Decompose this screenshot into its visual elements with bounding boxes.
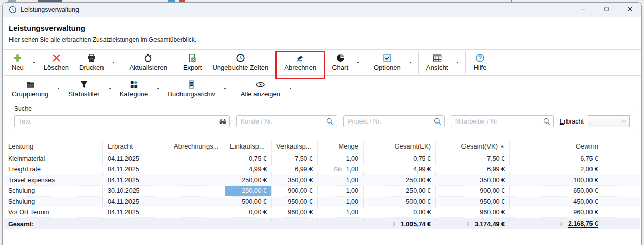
projekt-search-input[interactable] [344,116,444,127]
cell-leistung[interactable]: Kleinmaterial [4,154,103,164]
column-header-einkauf[interactable]: Einkaufsp... [225,140,272,153]
cell-einkauf[interactable]: 0,00 € [225,207,272,217]
cell-erbracht[interactable]: 30.10.2025 [103,186,169,196]
cell-einkauf[interactable]: 250,00 € [225,175,272,185]
cell-gewinn[interactable]: 650,00 € [510,186,603,196]
gruppierung-button[interactable]: Gruppierung [7,78,54,99]
chart-dropdown-arrow[interactable] [353,50,363,75]
cell-gesamt_vk[interactable]: 6,99 € [436,164,510,175]
titlebar[interactable]: Leistungsverwaltung [3,3,641,17]
cell-gesamt_ek[interactable]: 0,75 € [364,154,436,164]
alle-anzeigen-button[interactable]: Alle anzeigen [236,78,286,99]
cell-gewinn[interactable]: 6,75 € [510,154,603,164]
column-header-gesamt_ek[interactable]: Gesamt(EK) [364,140,436,153]
kategorie-button[interactable]: Kategorie [115,78,153,99]
cell-verkauf[interactable]: 6,99 € [272,164,318,175]
mitarbeiter-search-input[interactable] [451,116,553,127]
erbracht-combobox[interactable] [588,115,630,127]
cell-gewinn[interactable]: 100,00 € [510,175,603,185]
cell-leistung[interactable]: Freight rate [4,164,103,175]
cell-verkauf[interactable]: 7,50 € [272,154,318,164]
cell-abrechnung[interactable] [169,186,225,196]
cell-verkauf[interactable]: 900,00 € [272,186,318,196]
neu-button[interactable]: Neu [7,52,29,72]
minimize-button[interactable] [571,3,595,17]
cell-gesamt_vk[interactable]: 7,50 € [436,154,510,164]
cell-erbracht[interactable]: 04.11.2025 [103,164,169,175]
cell-menge[interactable]: 1,00 [318,175,364,185]
abrechnen-button[interactable]: Abrechnen [279,52,321,72]
cell-leistung[interactable]: Travel expenses [4,175,103,185]
neu-dropdown-arrow[interactable] [29,50,39,75]
cell-verkauf[interactable]: 950,00 € [272,197,318,207]
column-header-abrechnung[interactable]: Abrechnungs... [169,140,225,153]
cell-gesamt_ek[interactable]: 250,00 € [364,175,436,185]
cell-menge[interactable]: Stk.1,00 [318,164,364,175]
cell-leistung[interactable]: Vor Ort Termin [4,207,103,217]
cell-gesamt_ek[interactable]: 500,00 € [364,197,436,207]
hilfe-button[interactable]: Hilfe [468,52,492,72]
cell-gesamt_vk[interactable]: 900,00 € [436,186,510,196]
cell-menge[interactable]: 1,00 [318,186,364,196]
cell-einkauf[interactable]: 0,75 € [225,154,272,164]
aktualisieren-button[interactable]: Aktualisieren [124,52,172,72]
cell-erbracht[interactable]: 04.11.2025 [103,175,169,185]
cell-erbracht[interactable]: 04.11.2025 [103,197,169,207]
dropdown-arrow-icon [111,59,116,66]
cell-gesamt_ek[interactable]: 4,99 € [364,164,436,175]
column-header-gewinn[interactable]: Gewinn [510,140,603,153]
ansicht-button[interactable]: Ansicht [421,52,453,72]
cell-erbracht[interactable]: 04.11.2025 [103,207,169,217]
cell-gesamt_ek[interactable]: 0,00 € [364,207,436,217]
cell-gesamt_ek[interactable]: 250,00 € [364,186,436,196]
loeschen-button[interactable]: Löschen [39,52,74,72]
maximize-button[interactable] [595,3,618,17]
column-header-erbracht[interactable]: Erbracht [103,140,169,153]
buchungsarchiv-dropdown-arrow[interactable] [220,76,230,102]
cell-einkauf[interactable]: 250,00 € [225,186,272,196]
drucken-dropdown-arrow[interactable] [109,50,118,75]
kategorie-dropdown-arrow[interactable] [153,76,163,102]
kunde-search-input[interactable] [237,116,337,127]
alle-anzeigen-dropdown-arrow[interactable] [286,76,295,102]
optionen-dropdown-arrow[interactable] [406,50,416,75]
statusfilter-dropdown-arrow[interactable] [105,76,115,102]
cell-verkauf[interactable]: 350,00 € [272,175,318,185]
cell-gewinn[interactable]: 960,00 € [510,207,603,217]
chart-button[interactable]: Chart [327,52,353,72]
export-button[interactable]: Export [178,52,208,72]
statusfilter-button[interactable]: Statusfilter [63,78,105,99]
cell-erbracht[interactable]: 04.11.2025 [103,154,169,164]
cell-gesamt_vk[interactable]: 950,00 € [436,197,510,207]
column-header-gesamt_vk[interactable]: Gesamt(VK) [436,140,510,153]
column-header-leistung[interactable]: Leistung [4,140,103,153]
ungebuchte-zeiten-button[interactable]: Ungebuchte Zeiten [207,52,273,72]
cell-menge[interactable]: 1,00 [318,207,364,217]
cell-abrechnung[interactable] [169,154,225,164]
cell-abrechnung[interactable] [169,197,225,207]
column-header-filler[interactable] [603,140,633,153]
cell-gesamt_vk[interactable]: 350,00 € [436,175,510,185]
close-button[interactable] [618,3,641,17]
cell-leistung[interactable]: Schulung [4,186,103,196]
cell-gewinn[interactable]: 2,00 € [510,164,603,175]
buchungsarchiv-button[interactable]: Buchungsarchiv [163,78,220,99]
ansicht-dropdown-arrow[interactable] [453,50,462,75]
cell-menge[interactable]: 1,00 [318,154,364,164]
cell-gesamt_vk[interactable]: 960,00 € [436,207,510,217]
cell-gewinn[interactable]: 450,00 € [510,197,603,207]
gruppierung-dropdown-arrow[interactable] [54,76,63,102]
cell-menge[interactable]: 1,00 [318,197,364,207]
optionen-button[interactable]: Optionen [369,52,406,72]
drucken-button[interactable]: Drucken [74,52,109,72]
cell-abrechnung[interactable] [169,164,225,175]
cell-einkauf[interactable]: 4,99 € [225,164,272,175]
cell-abrechnung[interactable] [169,207,225,217]
column-header-menge[interactable]: Menge [318,140,364,153]
column-header-verkauf[interactable]: Verkaufsp... [272,140,318,153]
cell-abrechnung[interactable] [169,175,225,185]
cell-leistung[interactable]: Schulung [4,197,103,207]
text-search-input[interactable] [15,116,229,127]
cell-einkauf[interactable]: 500,00 € [225,197,272,207]
cell-verkauf[interactable]: 960,00 € [272,207,318,217]
